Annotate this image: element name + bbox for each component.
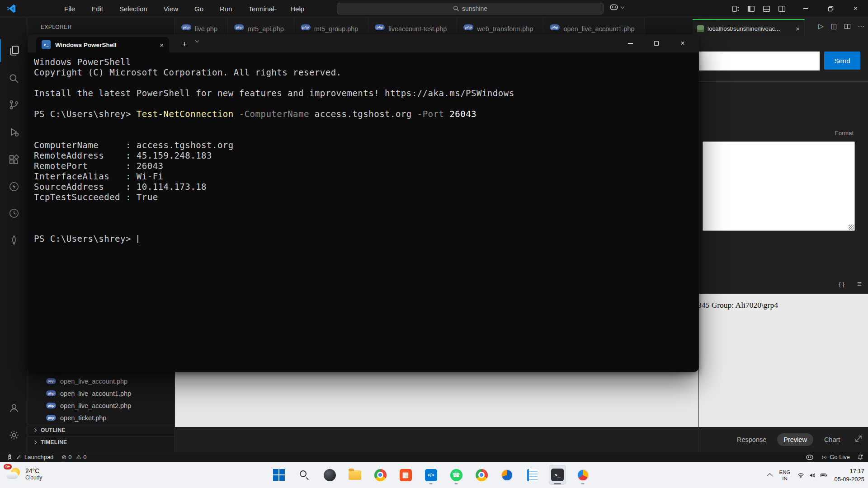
browser-tab[interactable]: localhost/sunshine/liveac... × [693, 19, 805, 37]
menu-view[interactable]: View [157, 3, 184, 14]
taskbar-terminal-icon[interactable]: >_ [549, 465, 566, 485]
expand-icon[interactable] [854, 434, 863, 443]
terminal-line: Copyright (C) Microsoft Corporation. All… [34, 67, 692, 78]
copilot-menu[interactable] [609, 4, 624, 11]
activity-run-debug-icon[interactable] [0, 121, 28, 143]
terminal-titlebar[interactable]: >_ Windows PowerShell × + × [28, 34, 698, 52]
split-editor-icon[interactable] [844, 24, 850, 29]
activity-files-icon[interactable] [0, 39, 28, 62]
menu-edit[interactable]: Edit [85, 3, 109, 14]
browser-tab-title: localhost/sunshine/liveac... [708, 25, 792, 32]
section-timeline[interactable]: TIMELINE [28, 436, 175, 448]
activity-clock-icon[interactable] [0, 202, 28, 225]
taskbar-vscode-icon[interactable]: </> [422, 465, 439, 485]
vscode-titlebar: FileEditSelectionViewGoRunTerminalHelp ←… [0, 0, 868, 17]
weather-widget[interactable]: 9+ 24°C Cloudy [5, 466, 42, 482]
desktop: FileEditSelectionViewGoRunTerminalHelp ←… [0, 0, 868, 488]
notifications-item[interactable] [857, 454, 863, 460]
hamburger-icon[interactable]: ≡ [857, 280, 862, 289]
url-input[interactable] [699, 52, 820, 70]
restore-button[interactable] [818, 0, 843, 17]
copilot-status[interactable] [806, 454, 814, 460]
run-icon[interactable]: ▷ [818, 22, 824, 30]
terminal-line [34, 202, 692, 213]
minimize-button[interactable] [617, 34, 643, 52]
maximize-button[interactable] [643, 34, 670, 52]
layout-box-icon[interactable]: ◫ [831, 22, 837, 30]
new-tab-button[interactable]: + [178, 38, 191, 51]
taskbar-apps: ▦</>☎>_ [270, 465, 591, 485]
toggle-primary-sidebar-icon[interactable] [746, 3, 756, 14]
activity-source-control-icon[interactable] [0, 94, 28, 116]
taskbar-browser-dark-icon[interactable] [321, 465, 338, 485]
error-icon: ⊘ [61, 454, 66, 460]
file-item[interactable]: phpopen_live_account2.php [28, 399, 175, 412]
more-actions-icon[interactable]: ⋯ [858, 22, 864, 30]
launchpad-item[interactable]: Launchpad [0, 454, 53, 460]
close-button[interactable]: × [843, 0, 868, 17]
hidden-icons-chevron[interactable] [766, 473, 773, 479]
preview-tab[interactable]: Preview [777, 433, 813, 446]
terminal-output[interactable]: Windows PowerShellCopyright (C) Microsof… [34, 57, 692, 369]
format-label[interactable]: Format [835, 130, 854, 136]
go-live-item[interactable]: Go Live [821, 454, 850, 460]
taskbar-app-orange-icon[interactable]: ▦ [397, 465, 414, 485]
chart-tab[interactable]: Chart [818, 433, 846, 446]
resize-grip[interactable] [849, 225, 854, 230]
terminal-line: RemotePort : 26043 [34, 161, 692, 171]
activity-search-icon[interactable] [0, 67, 28, 90]
notification-badge: 9+ [4, 464, 12, 469]
close-button[interactable]: × [670, 34, 696, 52]
customize-layout-icon[interactable] [731, 3, 741, 14]
file-item[interactable]: phpopen_live_account.php [28, 375, 175, 387]
file-name: open_live_account1.php [60, 390, 131, 397]
send-button[interactable]: Send [824, 52, 860, 70]
activity-settings-icon[interactable] [0, 424, 28, 446]
activity-mongodb-icon[interactable] [0, 229, 28, 252]
activity-account-icon[interactable] [0, 397, 28, 419]
taskbar-file-explorer-icon[interactable] [346, 465, 363, 485]
activity-extensions-icon[interactable] [0, 148, 28, 171]
taskbar-trading-app-icon[interactable] [498, 465, 515, 485]
toggle-secondary-sidebar-icon[interactable] [777, 3, 787, 14]
tray-icons[interactable] [797, 472, 828, 479]
taskbar-whatsapp-icon[interactable]: ☎ [448, 465, 465, 485]
go-live-label: Go Live [830, 454, 850, 460]
close-icon[interactable]: × [796, 25, 800, 33]
taskbar-chrome-icon[interactable] [372, 465, 389, 485]
taskbar-metatrader-icon[interactable] [574, 465, 591, 485]
close-icon[interactable]: × [160, 41, 164, 49]
problems-item[interactable]: ⊘ 0 ⚠ 0 [61, 454, 86, 460]
response-tab[interactable]: Response [731, 433, 773, 446]
taskbar-chrome-profile-icon[interactable] [473, 465, 490, 485]
powershell-window[interactable]: >_ Windows PowerShell × + × Windows Powe… [28, 34, 698, 372]
minimize-button[interactable] [793, 0, 818, 17]
menu-run[interactable]: Run [213, 3, 239, 14]
forward-arrow-icon[interactable]: → [293, 2, 306, 15]
error-count: 0 [68, 454, 71, 460]
search-command-center[interactable]: sunshine [337, 3, 604, 14]
activity-thunder-client-icon[interactable] [0, 175, 28, 198]
braces-icon[interactable]: { } [839, 281, 844, 287]
menu-selection[interactable]: Selection [113, 3, 154, 14]
request-body-textarea[interactable] [703, 141, 855, 231]
php-icon: php [301, 24, 311, 30]
section-outline[interactable]: OUTLINE [28, 424, 175, 436]
taskbar-notepad-icon[interactable] [524, 465, 541, 485]
toggle-panel-icon[interactable] [761, 3, 771, 14]
file-item[interactable]: phpopen_live_account1.php [28, 387, 175, 399]
open-indicator [581, 483, 585, 484]
file-list: phpopen_live_account.phpphpopen_live_acc… [28, 375, 175, 448]
menu-go[interactable]: Go [188, 3, 210, 14]
terminal-tab[interactable]: >_ Windows PowerShell × [36, 37, 169, 52]
taskbar-search-icon[interactable] [296, 465, 313, 485]
clock[interactable]: 17:17 05-09-2025 [835, 467, 865, 483]
php-icon: php [46, 403, 56, 408]
search-icon [453, 5, 459, 12]
taskbar-start-icon[interactable] [270, 465, 288, 485]
tab-dropdown-icon[interactable] [195, 39, 199, 42]
file-item[interactable]: phpopen_ticket.php [28, 412, 175, 424]
language-indicator[interactable]: ENG IN [779, 469, 791, 482]
back-arrow-icon[interactable]: ← [268, 2, 280, 15]
menu-file[interactable]: File [58, 3, 81, 14]
